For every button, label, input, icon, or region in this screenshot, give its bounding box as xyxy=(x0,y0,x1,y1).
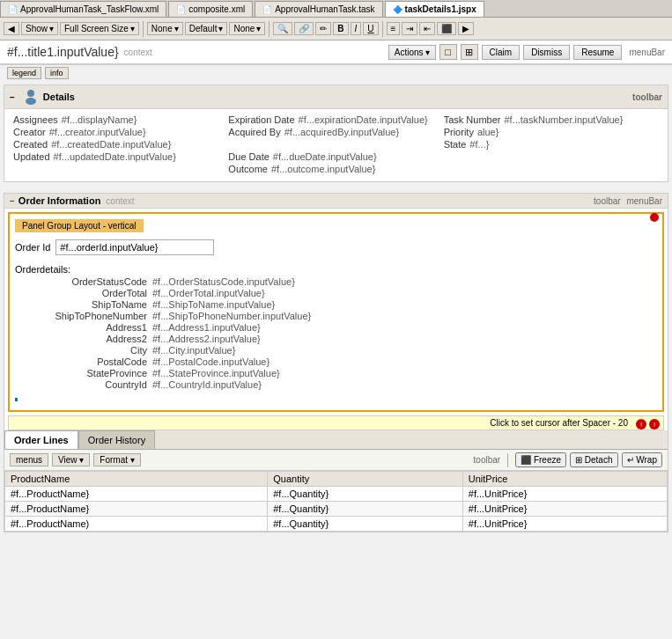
created-row: Created #f...createdDate.inputValue} xyxy=(13,139,228,150)
italic-button[interactable]: I xyxy=(351,22,362,35)
address1-value: #f...Address1.inputValue} xyxy=(152,322,261,333)
order-status-label: OrderStatusCode xyxy=(33,276,147,287)
tab-order-history[interactable]: Order History xyxy=(78,430,155,449)
format-button[interactable]: Format ▾ xyxy=(93,453,140,466)
details-row-3: Created #f...createdDate.inputValue} Sta… xyxy=(13,139,659,151)
info-button[interactable]: info xyxy=(45,67,69,79)
detach-button[interactable]: ⊞ Detach xyxy=(570,452,617,467)
none-dropdown1[interactable]: None ▾ xyxy=(147,22,183,35)
claim-button[interactable]: Claim xyxy=(482,45,521,60)
order-details-label: Orderdetails: xyxy=(15,264,657,275)
order-id-row: Order Id xyxy=(15,238,657,257)
quantity-cell-1: #f...Quantity} xyxy=(268,487,463,502)
spacer-indicator-bar[interactable]: Click to set cursor after Spacer - 20 ! … xyxy=(8,415,664,430)
align-left-button[interactable]: ⬛ xyxy=(437,22,456,35)
tab-order-lines[interactable]: Order Lines xyxy=(4,430,78,449)
dismiss-button[interactable]: Dismiss xyxy=(523,45,570,60)
actions-dropdown[interactable]: Actions ▾ xyxy=(388,45,436,60)
view-button[interactable]: View ▾ xyxy=(52,453,90,466)
none-dropdown2[interactable]: None ▾ xyxy=(229,22,265,35)
state-value: #f...} xyxy=(469,139,489,150)
ship-to-phone-row: ShipToPhoneNumber #f...ShipToPhoneNumber… xyxy=(33,311,657,321)
order-total-row: OrderTotal #f...OrderTotal.inputValue} xyxy=(33,288,657,298)
order-id-input[interactable] xyxy=(55,239,214,255)
priority-row: Priority alue} xyxy=(444,127,659,137)
composite-icon: 📄 xyxy=(176,5,186,14)
assignees-label: Assignees xyxy=(13,114,58,125)
svg-point-1 xyxy=(26,98,36,105)
list-button[interactable]: ≡ xyxy=(387,22,401,35)
expiration-label: Expiration Date xyxy=(228,114,294,125)
header-actions: Actions ▾ □ ⊞ Claim Dismiss Resume menuB… xyxy=(388,44,665,60)
due-date-row: Due Date #f...dueDate.inputValue} xyxy=(228,151,443,162)
layout-btn1[interactable]: □ xyxy=(439,44,457,60)
view-chevron-icon: ▾ xyxy=(79,455,84,465)
insert-button[interactable]: ✏ xyxy=(315,22,331,35)
spacer-red-icon2[interactable]: ! xyxy=(649,419,660,430)
toolbar-sep2 xyxy=(269,21,270,37)
freeze-button[interactable]: ⬛ Freeze xyxy=(515,452,566,467)
price-cell-1: #f...UnitPrice} xyxy=(462,487,667,502)
show-button[interactable]: Show ▾ xyxy=(21,22,58,35)
ship-to-name-label: ShipToName xyxy=(33,299,147,310)
details-row-4: Updated #f...updatedDate.inputValue} Due… xyxy=(13,151,659,164)
state-province-label: StateProvince xyxy=(33,368,147,378)
indent-button[interactable]: ⇥ xyxy=(402,22,417,35)
layout-btn2[interactable]: ⊞ xyxy=(461,44,478,60)
tab-taskdetails[interactable]: 🔷 taskDetails1.jspx xyxy=(385,1,484,17)
tab-bar: 📄 ApprovalHumanTask_TaskFlow.xml 📄 compo… xyxy=(0,0,672,18)
city-value: #f...City.inputValue} xyxy=(152,345,235,356)
ship-to-name-value: #f...ShipToName.inputValue} xyxy=(152,299,275,310)
order-context-label: context xyxy=(106,196,134,206)
default-dropdown[interactable]: Default ▾ xyxy=(185,22,228,35)
wrap-icon: ↵ xyxy=(627,455,634,465)
find-button[interactable]: 🔍 xyxy=(273,22,292,35)
table-row: #f...ProductName} #f...Quantity} #f...Un… xyxy=(5,487,668,502)
panel-group: Panel Group Layout - vertical Order Id O… xyxy=(8,212,664,412)
wrap-button[interactable]: ↵ Wrap xyxy=(622,452,663,467)
address2-value: #f...Address2.inputValue} xyxy=(152,334,261,344)
details-row-2: Creator #f...creator.inputValue} Acquire… xyxy=(13,127,659,139)
table-toolbar: menus View ▾ Format ▾ toolbar ⬛ Freeze ⊞… xyxy=(4,450,668,471)
table-row: #f...ProductName} #f...Quantity} #f...Un… xyxy=(5,502,668,517)
legend-info-row: legend info xyxy=(0,65,672,81)
due-date-label: Due Date xyxy=(228,151,269,162)
spacer-red-icon1[interactable]: ! xyxy=(636,419,646,430)
state-province-row: StateProvince #f...StateProvince.inputVa… xyxy=(33,368,657,378)
freeze-icon: ⬛ xyxy=(521,455,531,465)
tab-humantask[interactable]: 📄 ApprovalHumanTask.task xyxy=(255,1,382,17)
task-number-row: Task Number #f...taskNumber.inputValue} xyxy=(444,114,659,125)
bold-button[interactable]: B xyxy=(333,22,348,35)
collapse-order-button[interactable]: − xyxy=(10,196,15,206)
ship-to-phone-value: #f...ShipToPhoneNumber.inputValue} xyxy=(152,311,311,321)
order-details-section: Orderdetails: OrderStatusCode #f...Order… xyxy=(15,261,657,394)
fullscreen-button[interactable]: Full Screen Size ▾ xyxy=(60,22,139,35)
collapse-details-button[interactable]: − xyxy=(10,92,15,102)
outdent-button[interactable]: ⇤ xyxy=(419,22,435,35)
tab-taskflow[interactable]: 📄 ApprovalHumanTask_TaskFlow.xml xyxy=(0,1,166,17)
legend-button[interactable]: legend xyxy=(7,67,41,79)
order-total-label: OrderTotal xyxy=(33,288,147,298)
humantask-icon: 📄 xyxy=(262,5,272,14)
menus-button[interactable]: menus xyxy=(10,453,48,466)
actions-chevron-icon: ▾ xyxy=(425,48,430,57)
priority-value: alue} xyxy=(477,127,498,137)
task-number-value: #f...taskNumber.inputValue} xyxy=(504,114,623,125)
toolbar-sep1 xyxy=(143,21,144,37)
tab-composite[interactable]: 📄 composite.xml xyxy=(168,1,253,17)
nav-back-button[interactable]: ◀ xyxy=(4,22,19,35)
product-name-cell-3: #f...ProductName) xyxy=(5,517,268,532)
menubar-label: menuBar xyxy=(629,48,665,57)
acquired-by-value: #f...acquiredBy.inputValue} xyxy=(284,127,399,137)
more-button[interactable]: ▶ xyxy=(458,22,474,35)
order-status-row: OrderStatusCode #f...OrderStatusCode.inp… xyxy=(33,276,657,287)
updated-value: #f...updatedDate.inputValue} xyxy=(54,151,176,162)
col-quantity: Quantity xyxy=(268,472,463,487)
link-button[interactable]: 🔗 xyxy=(294,22,314,35)
outcome-label: Outcome xyxy=(228,164,268,174)
taskflow-icon: 📄 xyxy=(8,5,18,14)
underline-button[interactable]: U xyxy=(363,22,378,35)
resume-button[interactable]: Resume xyxy=(573,45,622,60)
ship-to-phone-label: ShipToPhoneNumber xyxy=(33,311,147,321)
country-id-value: #f...CountryId.inputValue} xyxy=(152,379,262,390)
